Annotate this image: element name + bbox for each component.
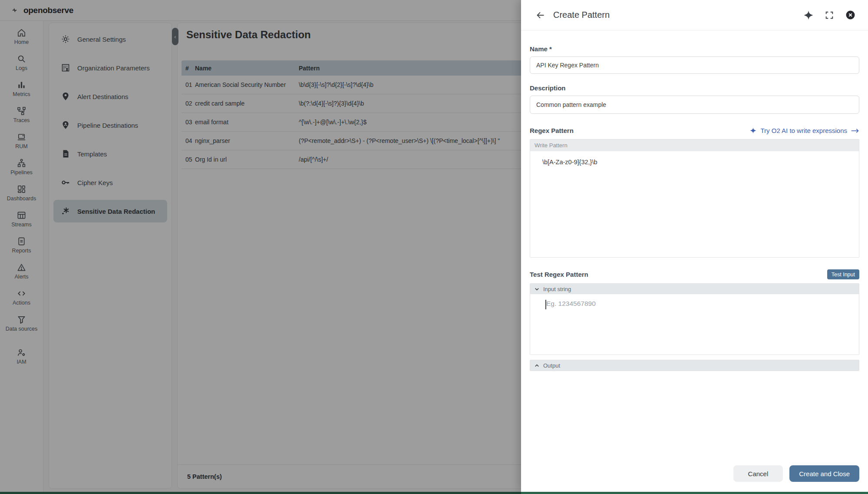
close-button[interactable] — [843, 8, 858, 23]
write-pattern-bar: Write Pattern — [530, 139, 859, 151]
text-cursor — [545, 300, 546, 309]
test-string-textarea[interactable] — [530, 294, 859, 355]
description-field[interactable] — [530, 96, 859, 114]
drawer-actions: Cancel Create and Close — [733, 465, 859, 482]
cancel-button[interactable]: Cancel — [733, 465, 783, 482]
create-pattern-drawer: Create Pattern Name * Description Regex … — [521, 0, 868, 492]
write-pattern-label: Write Pattern — [535, 142, 568, 149]
input-string-label: Input string — [543, 286, 571, 292]
regex-pattern-label: Regex Pattern — [530, 127, 574, 134]
input-string-section: Input string — [530, 283, 859, 355]
arrow-right-icon — [851, 127, 859, 134]
fullscreen-icon — [825, 10, 834, 20]
back-button[interactable] — [534, 9, 547, 22]
drawer-body: Name * Description Regex Pattern Try O2 … — [521, 45, 868, 371]
drawer-title: Create Pattern — [553, 10, 795, 20]
drawer-header: Create Pattern — [521, 0, 868, 30]
output-toggle[interactable]: Output — [530, 360, 859, 371]
ai-assistant-button[interactable] — [801, 8, 816, 23]
regex-editor: Write Pattern \b[A-Za-z0-9]{32,}\b — [530, 139, 859, 258]
arrow-left-icon — [535, 10, 546, 20]
fullscreen-button[interactable] — [822, 8, 837, 23]
create-and-close-button[interactable]: Create and Close — [789, 465, 859, 482]
sparkle-ai-icon — [803, 10, 814, 21]
test-input-button[interactable]: Test Input — [827, 269, 859, 279]
output-section: Output — [530, 360, 859, 371]
modal-dim-overlay[interactable] — [0, 0, 521, 494]
sparkle-icon — [749, 127, 757, 134]
input-string-toggle[interactable]: Input string — [530, 284, 859, 294]
chevron-down-icon — [534, 286, 540, 292]
close-icon — [845, 10, 856, 20]
chevron-up-icon — [534, 362, 540, 369]
app-screen: openobserve Home Logs Metrics Traces RUM… — [0, 0, 868, 494]
name-field[interactable] — [530, 56, 859, 74]
regex-pattern-input[interactable]: \b[A-Za-z0-9]{32,}\b — [530, 151, 859, 257]
output-label: Output — [543, 362, 560, 369]
try-o2-ai-link[interactable]: Try O2 AI to write expressions — [749, 127, 859, 134]
description-label: Description — [530, 84, 859, 92]
test-regex-label: Test Regex Pattern — [530, 271, 588, 278]
name-label: Name * — [530, 45, 859, 53]
ai-link-text: Try O2 AI to write expressions — [760, 127, 847, 134]
